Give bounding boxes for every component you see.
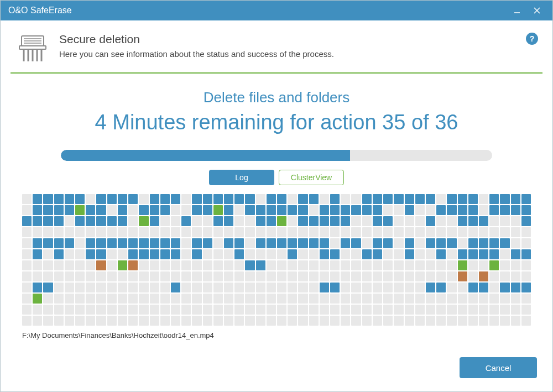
cluster-cell bbox=[43, 294, 53, 304]
cluster-cell bbox=[436, 260, 446, 270]
cluster-cell bbox=[277, 205, 286, 215]
cluster-cell bbox=[213, 305, 223, 315]
shredder-icon bbox=[16, 32, 49, 65]
cluster-cell bbox=[330, 316, 340, 326]
cluster-cell bbox=[160, 316, 170, 326]
cluster-cell bbox=[394, 227, 403, 237]
cluster-cell bbox=[521, 294, 531, 304]
cluster-cell bbox=[139, 271, 148, 281]
cluster-cell bbox=[75, 249, 85, 259]
view-tabs: Log ClusterView bbox=[209, 170, 344, 185]
app-window: O&O SafeErase Secure deletion Here you c… bbox=[0, 0, 553, 392]
cluster-cell bbox=[86, 249, 95, 259]
close-button[interactable] bbox=[527, 1, 547, 20]
cluster-cell bbox=[415, 205, 425, 215]
cluster-cell bbox=[203, 227, 212, 237]
cluster-cell bbox=[192, 238, 201, 248]
cluster-cell bbox=[447, 249, 456, 259]
cluster-cell bbox=[373, 305, 382, 315]
cluster-cell bbox=[500, 205, 509, 215]
cluster-cell bbox=[245, 305, 254, 315]
cluster-cell bbox=[128, 194, 138, 204]
cluster-cell bbox=[171, 205, 180, 215]
cluster-cell bbox=[426, 238, 435, 248]
cluster-cell bbox=[118, 205, 127, 215]
cluster-cell bbox=[394, 216, 403, 226]
cluster-cell bbox=[192, 305, 201, 315]
cluster-cell bbox=[128, 316, 138, 326]
cluster-cell bbox=[447, 227, 456, 237]
cluster-cell bbox=[224, 227, 233, 237]
cluster-cell bbox=[288, 271, 297, 281]
cluster-cell bbox=[341, 283, 350, 292]
cluster-cell bbox=[426, 216, 435, 226]
cluster-cell bbox=[351, 316, 361, 326]
cluster-cell bbox=[341, 205, 350, 215]
cluster-cell bbox=[309, 205, 319, 215]
cluster-cell bbox=[75, 238, 85, 248]
cluster-cell bbox=[373, 216, 382, 226]
cluster-cell bbox=[118, 294, 127, 304]
cluster-cell bbox=[245, 194, 254, 204]
cluster-cell bbox=[65, 194, 74, 204]
cluster-cell bbox=[309, 271, 319, 281]
cluster-cell bbox=[43, 216, 53, 226]
cluster-cell bbox=[479, 238, 488, 248]
cluster-cell bbox=[436, 316, 446, 326]
cluster-cell bbox=[405, 205, 414, 215]
cluster-cell bbox=[330, 271, 340, 281]
cluster-cell bbox=[96, 294, 106, 304]
minimize-button[interactable] bbox=[507, 1, 527, 20]
cluster-cell bbox=[22, 227, 32, 237]
cluster-cell bbox=[320, 316, 329, 326]
cluster-cell bbox=[415, 249, 425, 259]
cluster-cell bbox=[96, 194, 106, 204]
cluster-cell bbox=[362, 260, 372, 270]
cluster-cell bbox=[330, 260, 340, 270]
help-button[interactable]: ? bbox=[526, 33, 538, 45]
cluster-cell bbox=[181, 260, 191, 270]
cluster-cell bbox=[33, 260, 42, 270]
cluster-cell bbox=[107, 238, 117, 248]
cluster-cell bbox=[288, 238, 297, 248]
cluster-cell bbox=[96, 271, 106, 281]
cluster-cell bbox=[351, 238, 361, 248]
cluster-cell bbox=[160, 294, 170, 304]
cluster-cell bbox=[468, 305, 478, 315]
progress-fill bbox=[61, 150, 350, 161]
cluster-cell bbox=[405, 260, 414, 270]
cluster-cell bbox=[489, 271, 499, 281]
cluster-cell bbox=[245, 227, 254, 237]
cluster-cell bbox=[267, 249, 276, 259]
cluster-cell bbox=[415, 271, 425, 281]
cluster-cell bbox=[256, 249, 265, 259]
cluster-cell bbox=[245, 294, 254, 304]
cluster-cell bbox=[447, 260, 456, 270]
cancel-button[interactable]: Cancel bbox=[460, 357, 537, 378]
cluster-cell bbox=[33, 249, 42, 259]
cluster-cell bbox=[415, 194, 425, 204]
cluster-cell bbox=[181, 294, 191, 304]
cluster-cell bbox=[298, 271, 307, 281]
cluster-cell bbox=[43, 316, 53, 326]
tab-clusterview[interactable]: ClusterView bbox=[279, 170, 344, 185]
tab-log[interactable]: Log bbox=[209, 170, 274, 185]
cluster-cell bbox=[383, 249, 393, 259]
cluster-cell bbox=[511, 249, 520, 259]
cluster-cell bbox=[181, 316, 191, 326]
cluster-cell bbox=[203, 305, 212, 315]
cluster-cell bbox=[192, 271, 201, 281]
cluster-cell bbox=[415, 283, 425, 292]
cluster-cell bbox=[86, 305, 95, 315]
cluster-cell bbox=[309, 216, 319, 226]
cluster-cell bbox=[362, 205, 372, 215]
cluster-cell bbox=[277, 260, 286, 270]
cluster-cell bbox=[54, 238, 64, 248]
cluster-cell bbox=[160, 260, 170, 270]
cluster-cell bbox=[277, 194, 286, 204]
cluster-cell bbox=[447, 305, 456, 315]
cluster-cell bbox=[267, 305, 276, 315]
cluster-cell bbox=[362, 194, 372, 204]
cluster-cell bbox=[309, 283, 319, 292]
cluster-cell bbox=[54, 260, 64, 270]
